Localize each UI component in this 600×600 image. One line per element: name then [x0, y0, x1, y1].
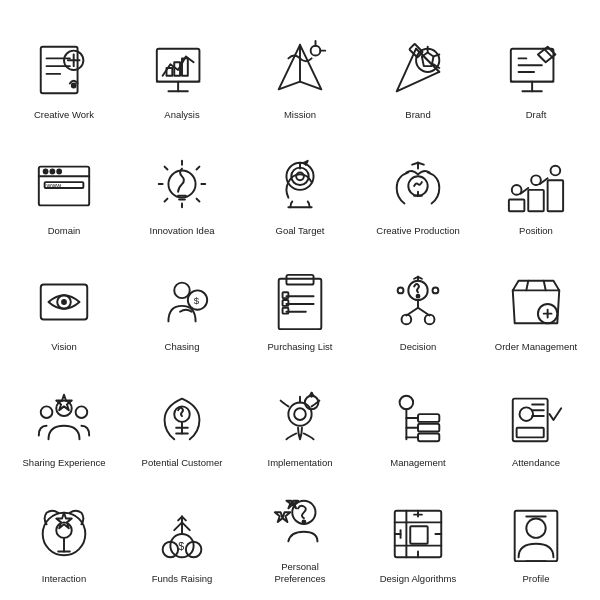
creative-production-label: Creative Production [376, 225, 459, 236]
svg-rect-152 [410, 526, 427, 543]
position-label: Position [519, 225, 553, 236]
svg-rect-83 [283, 292, 289, 298]
goal-target-label: Goal Target [276, 225, 325, 236]
svg-text:www.: www. [46, 182, 63, 189]
icon-cell-potential-customer: Potential Customer [123, 358, 241, 474]
svg-rect-84 [283, 300, 289, 306]
svg-line-142 [174, 522, 182, 530]
icon-cell-sharing-experience: Sharing Experience [5, 358, 123, 474]
svg-point-74 [61, 299, 67, 305]
profile-label: Profile [523, 573, 550, 584]
svg-line-143 [182, 522, 190, 530]
icon-cell-interaction: Interaction [5, 474, 123, 590]
icon-cell-profile: Profile [477, 474, 595, 590]
icon-cell-draft: Draft [477, 10, 595, 126]
icon-cell-mission: Mission [241, 10, 359, 126]
icon-cell-order-management: Order Management [477, 242, 595, 358]
sharing-experience-icon [29, 383, 99, 453]
svg-point-105 [76, 406, 88, 418]
svg-point-17 [311, 45, 321, 55]
icon-cell-domain: www. Domain [5, 126, 123, 242]
management-icon [383, 383, 453, 453]
svg-point-94 [433, 287, 439, 293]
icon-cell-chasing: $ Chasing [123, 242, 241, 358]
analysis-label: Analysis [164, 109, 199, 120]
icon-cell-personal-preferences: Personal Preferences [241, 474, 359, 590]
analysis-icon [147, 35, 217, 105]
svg-point-113 [294, 408, 306, 420]
icon-cell-decision: Decision [359, 242, 477, 358]
icon-cell-attendance: Attendance [477, 358, 595, 474]
svg-point-37 [50, 169, 54, 173]
mission-icon [265, 35, 335, 105]
icon-cell-design-algorithms: Design Algorithms [359, 474, 477, 590]
position-icon [501, 151, 571, 221]
svg-point-7 [72, 83, 76, 87]
personal-preferences-label: Personal Preferences [255, 561, 345, 584]
svg-rect-127 [517, 427, 544, 437]
attendance-icon [501, 383, 571, 453]
icon-cell-position: Position [477, 126, 595, 242]
svg-point-87 [417, 294, 420, 297]
svg-rect-124 [418, 433, 439, 441]
svg-line-48 [165, 198, 168, 201]
icon-cell-creative-production: Creative Production [359, 126, 477, 242]
svg-point-145 [302, 521, 305, 524]
svg-point-126 [520, 407, 534, 421]
svg-point-160 [526, 518, 545, 537]
interaction-icon [29, 499, 99, 569]
icon-cell-implementation: Implementation [241, 358, 359, 474]
chasing-label: Chasing [165, 341, 200, 352]
brand-icon [383, 35, 453, 105]
sharing-experience-label: Sharing Experience [23, 457, 106, 468]
svg-rect-148 [395, 510, 442, 557]
interaction-label: Interaction [42, 573, 86, 584]
svg-line-46 [165, 166, 168, 169]
icon-cell-innovation-idea: Innovation Idea [123, 126, 241, 242]
icon-cell-brand: Brand [359, 10, 477, 126]
svg-rect-12 [167, 68, 173, 76]
svg-rect-85 [283, 307, 289, 313]
vision-icon [29, 267, 99, 337]
order-management-icon [501, 267, 571, 337]
svg-point-104 [41, 406, 53, 418]
design-algorithms-icon [383, 499, 453, 569]
mission-label: Mission [284, 109, 316, 120]
innovation-idea-icon [147, 151, 217, 221]
svg-line-99 [544, 280, 546, 290]
icon-cell-management: Management [359, 358, 477, 474]
management-label: Management [390, 457, 445, 468]
svg-rect-14 [182, 58, 188, 75]
brand-label: Brand [405, 109, 430, 120]
svg-point-75 [174, 282, 190, 298]
domain-label: Domain [48, 225, 81, 236]
icon-cell-purchasing-list: Purchasing List [241, 242, 359, 358]
potential-customer-label: Potential Customer [142, 457, 223, 468]
design-algorithms-label: Design Algorithms [380, 573, 457, 584]
creative-production-icon [383, 151, 453, 221]
svg-point-112 [288, 402, 311, 425]
svg-point-69 [551, 165, 561, 175]
goal-target-icon [265, 151, 335, 221]
icon-cell-goal-target: Goal Target [241, 126, 359, 242]
implementation-label: Implementation [268, 457, 333, 468]
svg-text:$: $ [194, 295, 200, 306]
innovation-idea-label: Innovation Idea [150, 225, 215, 236]
purchasing-list-label: Purchasing List [268, 341, 333, 352]
svg-rect-64 [509, 199, 525, 211]
svg-rect-123 [418, 423, 439, 431]
domain-icon: www. [29, 151, 99, 221]
icon-cell-funds-raising: $ Funds Raising [123, 474, 241, 590]
svg-point-36 [44, 169, 48, 173]
icon-cell-vision: Vision [5, 242, 123, 358]
implementation-icon [265, 383, 335, 453]
svg-marker-146 [275, 513, 291, 523]
purchasing-list-icon [265, 267, 335, 337]
draft-icon [501, 35, 571, 105]
svg-line-98 [526, 280, 528, 290]
svg-line-47 [197, 166, 200, 169]
svg-point-117 [400, 395, 414, 409]
order-management-label: Order Management [495, 341, 577, 352]
creative-work-icon [29, 35, 99, 105]
attendance-label: Attendance [512, 457, 560, 468]
